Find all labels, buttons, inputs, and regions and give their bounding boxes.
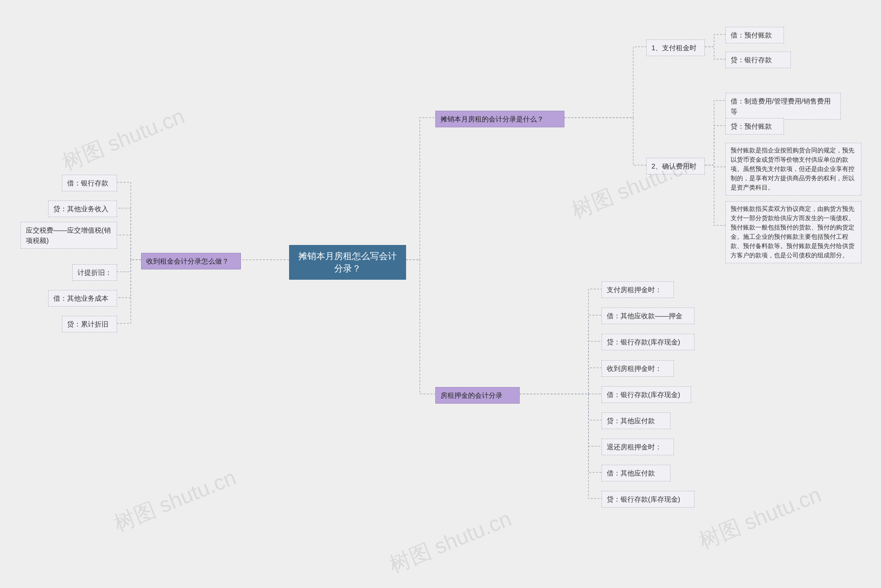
leaf-deposit-3[interactable]: 收到房租押金时： bbox=[602, 360, 674, 377]
leaf-deposit-0[interactable]: 支付房租押金时： bbox=[602, 282, 674, 298]
sub-confirm-expense[interactable]: 2、确认费用时 bbox=[646, 158, 705, 174]
leaf-left-5[interactable]: 贷：累计折旧 bbox=[62, 316, 117, 332]
leaf-confirm-0[interactable]: 借：制造费用/管理费用/销售费用等 bbox=[725, 93, 841, 120]
leaf-left-0[interactable]: 借：银行存款 bbox=[62, 175, 117, 191]
leaf-deposit-5[interactable]: 贷：其他应付款 bbox=[602, 412, 670, 429]
leaf-deposit-4[interactable]: 借：银行存款(库存现金) bbox=[602, 386, 691, 403]
topic-deposit[interactable]: 房租押金的会计分录 bbox=[435, 387, 520, 404]
leaf-pay-1[interactable]: 贷：银行存款 bbox=[725, 52, 791, 68]
watermark: 树图 shutu.cn bbox=[385, 504, 516, 579]
mindmap-canvas: 摊销本月房租怎么写会计分录？ 收到租金会计分录怎么做？ 借：银行存款 贷：其他业… bbox=[0, 0, 881, 588]
leaf-deposit-2[interactable]: 贷：银行存款(库存现金) bbox=[602, 334, 695, 350]
watermark: 树图 shutu.cn bbox=[695, 480, 825, 555]
sub-pay-rent[interactable]: 1、支付租金时 bbox=[646, 40, 705, 56]
leaf-deposit-7[interactable]: 借：其他应付款 bbox=[602, 465, 670, 482]
root-node[interactable]: 摊销本月房租怎么写会计分录？ bbox=[289, 245, 406, 280]
leaf-left-3[interactable]: 计提折旧： bbox=[72, 264, 117, 281]
leaf-deposit-8[interactable]: 贷：银行存款(库存现金) bbox=[602, 491, 695, 507]
leaf-deposit-6[interactable]: 退还房租押金时： bbox=[602, 439, 674, 455]
leaf-left-4[interactable]: 借：其他业务成本 bbox=[48, 290, 117, 306]
watermark: 树图 shutu.cn bbox=[58, 102, 189, 177]
leaf-left-1[interactable]: 贷：其他业务收入 bbox=[48, 201, 117, 217]
leaf-confirm-3[interactable]: 预付账款指买卖双方协议商定，由购货方预先支付一部分货款给供应方而发生的一项债权。… bbox=[725, 201, 861, 263]
topic-received-rent[interactable]: 收到租金会计分录怎么做？ bbox=[141, 253, 241, 269]
leaf-pay-0[interactable]: 借：预付账款 bbox=[725, 27, 784, 44]
topic-amortize-rent[interactable]: 摊销本月房租的会计分录是什么？ bbox=[435, 111, 564, 127]
leaf-confirm-1[interactable]: 贷：预付账款 bbox=[725, 118, 784, 135]
connectors-svg bbox=[0, 0, 881, 588]
leaf-deposit-1[interactable]: 借：其他应收款——押金 bbox=[602, 308, 695, 324]
leaf-left-2[interactable]: 应交税费——应交增值税(销项税额) bbox=[21, 222, 117, 249]
leaf-confirm-2[interactable]: 预付账款是指企业按照购货合同的规定，预先以货币资金或货币等价物支付供应单位的款项… bbox=[725, 143, 861, 195]
watermark: 树图 shutu.cn bbox=[110, 463, 240, 538]
